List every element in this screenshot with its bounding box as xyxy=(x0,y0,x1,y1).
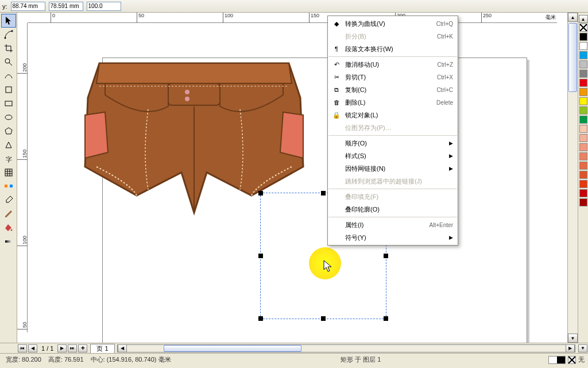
menu-item[interactable]: ◆转换为曲线(V)Ctrl+Q xyxy=(328,17,458,30)
vscroll-thumb[interactable] xyxy=(568,23,577,92)
menu-item[interactable]: ↶撤消移动(U)Ctrl+Z xyxy=(328,58,458,71)
scroll-up-button[interactable]: ▲ xyxy=(568,13,578,22)
eyedropper-tool[interactable] xyxy=(1,193,16,207)
menu-item[interactable]: ¶段落文本换行(W) xyxy=(328,43,458,55)
hruler-tick: 250 xyxy=(481,13,492,23)
resize-handle-nw[interactable] xyxy=(258,191,263,195)
horizontal-ruler[interactable]: 050100150200250300 xyxy=(28,13,557,23)
color-swatch[interactable] xyxy=(579,162,587,170)
horizontal-scrollbar[interactable]: ◀ ▶ xyxy=(117,344,575,352)
svg-point-10 xyxy=(10,229,12,231)
first-page-button[interactable]: ⏮ xyxy=(18,344,27,352)
color-swatch[interactable] xyxy=(579,33,587,41)
next-page-button[interactable]: ▶ xyxy=(57,344,67,352)
page-tab[interactable]: 页 1 xyxy=(90,344,114,353)
rectangle-tool[interactable] xyxy=(1,97,16,110)
polygon-tool[interactable] xyxy=(1,124,16,138)
color-swatch[interactable] xyxy=(579,60,587,68)
scroll-right-button[interactable]: ▶ xyxy=(566,344,575,352)
color-swatch[interactable] xyxy=(579,97,587,105)
resize-handle-s[interactable] xyxy=(321,316,326,321)
color-swatch[interactable] xyxy=(579,198,587,206)
prev-page-button[interactable]: ◀ xyxy=(28,344,37,352)
crop-tool[interactable] xyxy=(1,41,16,55)
freehand-tool[interactable] xyxy=(1,69,16,83)
drawing-canvas[interactable] xyxy=(28,23,557,332)
color-swatch[interactable] xyxy=(579,134,587,142)
resize-handle-w[interactable] xyxy=(258,254,263,258)
hscroll-thumb[interactable] xyxy=(164,345,301,352)
color-swatch[interactable] xyxy=(579,125,587,133)
outline-indicator[interactable] xyxy=(568,356,576,364)
color-swatch[interactable] xyxy=(579,70,587,78)
vruler-tick: 150 xyxy=(17,150,28,160)
color-swatch[interactable] xyxy=(579,42,587,50)
svg-rect-7 xyxy=(5,169,12,176)
pick-tool[interactable] xyxy=(1,14,16,28)
text-tool[interactable]: 字 xyxy=(1,152,16,166)
zoom-input[interactable] xyxy=(87,2,121,11)
color-swatch[interactable] xyxy=(579,106,587,114)
add-page-button[interactable]: ✚ xyxy=(78,344,87,352)
svg-point-14 xyxy=(185,97,189,101)
menu-item[interactable]: ✂剪切(T)Ctrl+X xyxy=(328,71,458,83)
resize-handle-sw[interactable] xyxy=(258,316,263,321)
y-position-input[interactable] xyxy=(49,2,83,11)
del-icon: 🗑 xyxy=(330,99,343,106)
menu-item[interactable]: 因特网链接(N)▶ xyxy=(328,162,458,175)
vertical-ruler[interactable]: 20015010050 xyxy=(17,23,28,332)
svg-point-1 xyxy=(11,30,13,32)
menu-item[interactable]: 🗑删除(L)Delete xyxy=(328,96,458,109)
color-swatch[interactable] xyxy=(579,143,587,151)
basic-shapes-tool[interactable] xyxy=(1,138,16,152)
color-swatch[interactable] xyxy=(579,116,587,124)
resize-handle-se[interactable] xyxy=(384,316,388,321)
submenu-arrow-icon: ▶ xyxy=(449,235,453,240)
resize-handle-n[interactable] xyxy=(321,191,326,195)
vscroll-track[interactable] xyxy=(568,22,578,334)
color-palette: ▲ xyxy=(578,13,588,343)
menu-item[interactable]: 样式(S)▶ xyxy=(328,150,458,162)
palette-down-button[interactable]: ▼ xyxy=(578,344,587,352)
color-swatch[interactable] xyxy=(579,152,587,160)
fill-tool[interactable] xyxy=(1,221,16,235)
menu-label: 位图另存为(P)… xyxy=(343,124,453,132)
color-swatch[interactable] xyxy=(579,51,587,59)
interactive-fill-tool[interactable] xyxy=(1,235,16,248)
interactive-blend-tool[interactable] xyxy=(1,179,16,193)
menu-item[interactable]: 叠印轮廓(O) xyxy=(328,203,458,216)
menu-item[interactable]: 🔒锁定对象(L) xyxy=(328,109,458,121)
no-color-swatch[interactable] xyxy=(579,24,587,32)
color-swatch[interactable] xyxy=(579,88,587,96)
color-swatch[interactable] xyxy=(579,189,587,197)
shape-tool[interactable] xyxy=(1,28,16,41)
color-swatch[interactable] xyxy=(579,171,587,179)
scroll-down-button[interactable]: ▼ xyxy=(568,334,578,343)
svg-point-0 xyxy=(4,37,6,39)
menu-item[interactable]: 属性(I)Alt+Enter xyxy=(328,218,458,231)
x-position-input[interactable] xyxy=(11,2,45,11)
palette-up-button[interactable]: ▲ xyxy=(579,15,588,23)
menu-item[interactable]: 符号(Y)▶ xyxy=(328,231,458,244)
fill-indicator[interactable] xyxy=(548,356,566,364)
outline-tool[interactable] xyxy=(1,207,16,221)
menu-item[interactable]: ⧉复制(C)Ctrl+C xyxy=(328,83,458,96)
vertical-scrollbar[interactable]: ▲ ▼ xyxy=(567,13,578,343)
menu-label: 剪切(T) xyxy=(343,73,437,82)
svg-point-13 xyxy=(185,90,189,94)
ellipse-tool[interactable] xyxy=(1,110,16,124)
smart-fill-tool[interactable] xyxy=(1,83,16,97)
svg-point-2 xyxy=(5,59,10,63)
vruler-tick: 200 xyxy=(17,63,28,74)
resize-handle-e[interactable] xyxy=(384,254,388,258)
color-swatch[interactable] xyxy=(579,79,587,87)
mouse-cursor-icon xyxy=(323,260,335,274)
last-page-button[interactable]: ⏭ xyxy=(68,344,77,352)
scroll-left-button[interactable]: ◀ xyxy=(118,344,127,352)
menu-item[interactable]: 顺序(O)▶ xyxy=(328,137,458,150)
page-count-label: 1 / 1 xyxy=(38,345,57,352)
zoom-tool[interactable] xyxy=(1,55,16,69)
svg-point-5 xyxy=(5,115,12,120)
table-tool[interactable] xyxy=(1,166,16,179)
color-swatch[interactable] xyxy=(579,180,587,188)
